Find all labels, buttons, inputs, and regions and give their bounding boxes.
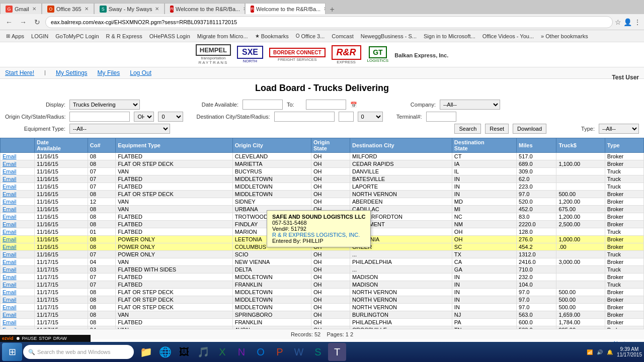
profile-icon[interactable]: 👤 bbox=[623, 18, 632, 26]
bookmark-office3[interactable]: OOffice 3... bbox=[293, 33, 328, 40]
col-header-type[interactable]: Type bbox=[605, 138, 643, 153]
bookmark-ohepass[interactable]: OHePASS Login bbox=[146, 33, 193, 40]
email-link[interactable]: Email bbox=[3, 244, 17, 250]
email-link[interactable]: Email bbox=[3, 176, 17, 182]
type-select[interactable]: --All-- bbox=[599, 124, 639, 134]
email-link[interactable]: Email bbox=[3, 289, 17, 295]
email-link[interactable]: Email bbox=[3, 266, 17, 273]
col-header-origin-state[interactable]: OriginState bbox=[311, 138, 350, 153]
email-link[interactable]: Email bbox=[3, 312, 17, 318]
email-cell[interactable]: Email bbox=[1, 153, 35, 160]
taskbar-app-powerpoint[interactable]: P bbox=[271, 343, 289, 361]
email-cell[interactable]: Email bbox=[1, 236, 35, 243]
email-link[interactable]: Email bbox=[3, 229, 17, 235]
nav-my-files[interactable]: My Files bbox=[98, 69, 120, 76]
col-header-equip[interactable]: Equipment Type bbox=[116, 138, 232, 153]
taskbar-app-explorer[interactable]: 📁 bbox=[137, 343, 155, 361]
taskbar-app-excel[interactable]: X bbox=[213, 343, 231, 361]
bookmark-office-videos[interactable]: Office Videos - You... bbox=[479, 33, 537, 40]
email-link[interactable]: Email bbox=[3, 206, 17, 212]
taskbar-app-onenote[interactable]: N bbox=[232, 343, 251, 361]
tab-close-rnr2[interactable]: ✕ bbox=[324, 6, 326, 12]
tab-gmail[interactable]: G Gmail ✕ bbox=[0, 3, 42, 14]
taskbar-app-outlook[interactable]: O bbox=[252, 343, 270, 361]
taskbar-app-teams[interactable]: T bbox=[328, 343, 346, 361]
tab-rnr1[interactable]: R Welcome to the R&R/Ba... ✕ bbox=[165, 3, 245, 14]
taskbar-search[interactable]: 🔍 Search the web and Windows bbox=[23, 345, 134, 359]
menu-icon[interactable]: ⋮ bbox=[634, 18, 641, 26]
email-link[interactable]: Email bbox=[3, 327, 17, 329]
email-cell[interactable]: Email bbox=[1, 213, 35, 221]
origin-radius-select[interactable]: 0 bbox=[158, 112, 183, 122]
email-link[interactable]: Email bbox=[3, 274, 17, 280]
email-link[interactable]: Email bbox=[3, 153, 17, 159]
email-cell[interactable]: Email bbox=[1, 168, 35, 175]
email-cell[interactable]: Email bbox=[1, 258, 35, 266]
taskbar-app-media[interactable]: 🎵 bbox=[194, 343, 212, 361]
email-cell[interactable]: Email bbox=[1, 183, 35, 191]
taskbar-app-word[interactable]: W bbox=[290, 343, 308, 361]
email-cell[interactable]: Email bbox=[1, 228, 35, 236]
origin-state-select[interactable]: OH bbox=[134, 112, 154, 122]
email-cell[interactable]: Email bbox=[1, 191, 35, 198]
ezvid-pause-btn[interactable]: PAUSE bbox=[22, 336, 37, 341]
bookmark-bookmarks[interactable]: ★Bookmarks bbox=[252, 33, 292, 40]
email-link[interactable]: Email bbox=[3, 259, 17, 265]
tab-close-sway[interactable]: ✕ bbox=[155, 6, 159, 12]
tab-office365[interactable]: O Office 365 ✕ bbox=[42, 3, 94, 14]
reset-button[interactable]: Reset bbox=[485, 124, 509, 134]
tab-rnr2[interactable]: R Welcome to the R&R/Ba... ✕ bbox=[245, 3, 326, 14]
reload-button[interactable]: ↻ bbox=[31, 16, 43, 28]
destination-city-input[interactable] bbox=[274, 112, 335, 122]
email-link[interactable]: Email bbox=[3, 251, 17, 257]
equipment-select[interactable]: --All-- bbox=[69, 124, 170, 134]
new-tab-button[interactable]: + bbox=[326, 5, 338, 14]
taskbar-app-photos[interactable]: 🖼 bbox=[175, 343, 193, 361]
email-link[interactable]: Email bbox=[3, 214, 17, 220]
email-cell[interactable]: Email bbox=[1, 221, 35, 228]
search-button[interactable]: Search bbox=[454, 124, 481, 134]
email-cell[interactable]: Email bbox=[1, 251, 35, 258]
email-link[interactable]: Email bbox=[3, 161, 17, 167]
terminal-input[interactable] bbox=[426, 112, 456, 122]
email-cell[interactable]: Email bbox=[1, 281, 35, 289]
email-cell[interactable]: Email bbox=[1, 289, 35, 296]
email-link[interactable]: Email bbox=[3, 282, 17, 288]
email-cell[interactable]: Email bbox=[1, 296, 35, 304]
email-cell[interactable]: Email bbox=[1, 243, 35, 251]
tab-close-gmail[interactable]: ✕ bbox=[32, 6, 36, 12]
display-select[interactable]: Trucks Delivering bbox=[69, 100, 140, 110]
download-button[interactable]: Download bbox=[513, 124, 546, 134]
taskbar-app-sway[interactable]: S bbox=[309, 343, 327, 361]
ezvid-draw-btn[interactable]: DRAW bbox=[53, 336, 67, 341]
email-link[interactable]: Email bbox=[3, 184, 17, 190]
bookmark-newegg[interactable]: NeweggBusiness - S... bbox=[358, 33, 420, 40]
ezvid-stop-btn[interactable]: STOP bbox=[39, 336, 51, 341]
email-cell[interactable]: Email bbox=[1, 266, 35, 274]
origin-city-input[interactable] bbox=[69, 112, 130, 122]
email-link[interactable]: Email bbox=[3, 319, 17, 325]
bookmark-apps[interactable]: ⊞Apps bbox=[3, 33, 27, 40]
email-link[interactable]: Email bbox=[3, 199, 17, 205]
email-cell[interactable]: Email bbox=[1, 319, 35, 326]
email-link[interactable]: Email bbox=[3, 221, 17, 227]
destination-radius-select[interactable]: 0 bbox=[358, 112, 383, 122]
bookmark-rnr[interactable]: R & R Express bbox=[103, 33, 145, 40]
email-cell[interactable]: Email bbox=[1, 274, 35, 281]
calendar-icon[interactable]: 📅 bbox=[350, 102, 357, 108]
col-header-email[interactable] bbox=[1, 138, 35, 153]
email-cell[interactable]: Email bbox=[1, 304, 35, 311]
bookmark-login[interactable]: LOGIN bbox=[28, 33, 51, 40]
bookmark-icon[interactable]: ☆ bbox=[615, 18, 621, 26]
nav-start-here[interactable]: Start Here! bbox=[5, 69, 34, 76]
email-link[interactable]: Email bbox=[3, 236, 17, 242]
col-header-dest-state[interactable]: DestinationState bbox=[452, 138, 516, 153]
email-cell[interactable]: Email bbox=[1, 175, 35, 183]
email-cell[interactable]: Email bbox=[1, 198, 35, 206]
email-link[interactable]: Email bbox=[3, 191, 17, 197]
date-to-input[interactable] bbox=[306, 100, 346, 110]
bookmark-gotomypc[interactable]: GoToMyPC Login bbox=[52, 33, 102, 40]
company-select[interactable]: --All-- bbox=[440, 100, 500, 110]
col-header-origin-city[interactable]: Origin City bbox=[232, 138, 311, 153]
nav-log-out[interactable]: Log Out bbox=[130, 69, 151, 76]
